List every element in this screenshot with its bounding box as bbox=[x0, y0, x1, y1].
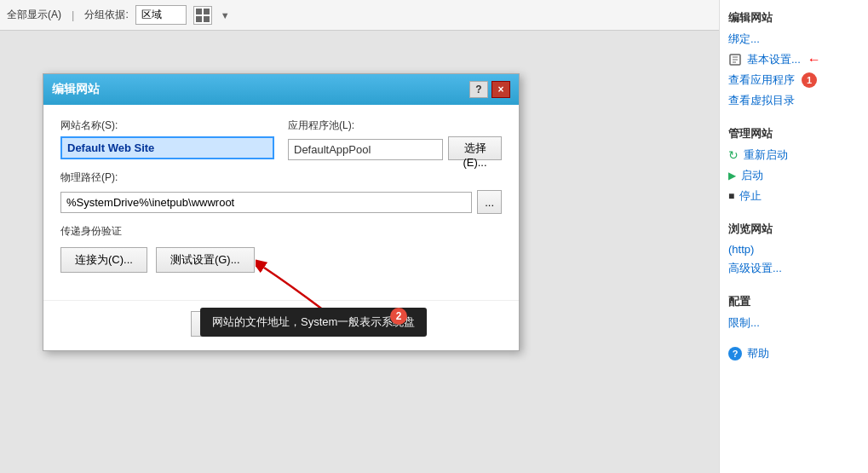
start-item[interactable]: ▶ 启动 bbox=[728, 165, 859, 186]
physical-path-input[interactable] bbox=[60, 192, 472, 213]
svg-rect-2 bbox=[196, 16, 202, 22]
passthrough-section: 传递身份验证 bbox=[60, 224, 502, 239]
help-item[interactable]: ? 帮助 bbox=[728, 343, 859, 364]
dialog-help-button[interactable]: ? bbox=[469, 81, 488, 98]
show-all-label: 全部显示(A) bbox=[7, 8, 61, 22]
dropdown-arrow[interactable]: ▼ bbox=[221, 10, 230, 20]
basic-settings-label: 基本设置... bbox=[747, 52, 801, 67]
badge-2: 2 bbox=[390, 308, 407, 325]
bind-item[interactable]: 绑定... bbox=[728, 29, 859, 49]
svg-rect-1 bbox=[204, 9, 210, 14]
manage-website-section: 管理网站 ↻ 重新启动 ▶ 启动 ■ 停止 bbox=[720, 116, 868, 211]
badge-1: 1 bbox=[802, 72, 817, 88]
bind-label: 绑定... bbox=[728, 32, 760, 47]
app-pool-field: 应用程序池(L): 选择(E)... bbox=[288, 118, 502, 160]
badge-2-container: 2 bbox=[390, 308, 407, 325]
arrow-right-indicator: ← bbox=[808, 52, 821, 67]
browse-http-item[interactable]: (http) bbox=[728, 240, 859, 258]
restart-item[interactable]: ↻ 重新启动 bbox=[728, 145, 859, 165]
edit-website-title: 编辑网站 bbox=[728, 10, 859, 26]
restart-label: 重新启动 bbox=[744, 147, 788, 163]
passthrough-label: 传递身份验证 bbox=[60, 224, 502, 239]
tooltip-text: 网站的文件地址，System一般表示系统盘 bbox=[212, 315, 415, 328]
svg-rect-0 bbox=[196, 9, 202, 14]
stop-icon: ■ bbox=[728, 190, 734, 202]
browse-website-section: 浏览网站 (http) 高级设置... bbox=[720, 211, 868, 284]
dialog-close-button[interactable]: × bbox=[491, 81, 510, 98]
browse-path-button[interactable]: ... bbox=[477, 190, 502, 214]
help-label: 帮助 bbox=[747, 346, 769, 361]
physical-path-label: 物理路径(P): bbox=[60, 170, 502, 185]
restart-icon: ↻ bbox=[728, 148, 739, 162]
view-app-label: 查看应用程序 bbox=[728, 72, 795, 88]
help-section: ? 帮助 bbox=[720, 338, 868, 369]
physical-path-section: 物理路径(P): ... bbox=[60, 170, 502, 214]
grid-icon[interactable] bbox=[193, 6, 212, 25]
dialog-title: 编辑网站 bbox=[52, 82, 100, 97]
site-name-field: 网站名称(S): bbox=[60, 118, 274, 160]
site-name-label: 网站名称(S): bbox=[60, 118, 274, 133]
view-virtual-label: 查看虚拟目录 bbox=[728, 93, 795, 108]
limit-item[interactable]: 限制... bbox=[728, 313, 859, 333]
test-settings-button[interactable]: 测试设置(G)... bbox=[156, 247, 255, 273]
settings-icon bbox=[728, 53, 742, 66]
stop-item[interactable]: ■ 停止 bbox=[728, 186, 859, 206]
toolbar-divider: | bbox=[72, 9, 74, 21]
browse-http-label: (http) bbox=[728, 243, 754, 256]
app-pool-input[interactable] bbox=[288, 139, 443, 160]
config-title: 配置 bbox=[728, 294, 859, 309]
limit-label: 限制... bbox=[728, 315, 760, 331]
select-app-pool-button[interactable]: 选择(E)... bbox=[448, 136, 502, 160]
edit-website-section: 编辑网站 绑定... 基本设置... ← 查看应用程序 1 查看虚拟目录 bbox=[720, 0, 868, 116]
advanced-settings-item[interactable]: 高级设置... bbox=[728, 258, 859, 279]
basic-settings-item[interactable]: 基本设置... ← bbox=[728, 49, 859, 70]
config-section: 配置 限制... bbox=[720, 284, 868, 338]
site-name-row: 网站名称(S): 应用程序池(L): 选择(E)... bbox=[60, 118, 502, 160]
path-row: ... bbox=[60, 190, 502, 214]
main-content: 编辑网站 ? × 网站名称(S): 应用程序池(L): 选择(E)... bbox=[0, 31, 719, 473]
advanced-settings-label: 高级设置... bbox=[728, 261, 782, 276]
app-pool-label: 应用程序池(L): bbox=[288, 118, 502, 133]
svg-rect-3 bbox=[204, 16, 210, 22]
group-by-label: 分组依据: bbox=[84, 8, 128, 22]
site-name-input[interactable] bbox=[60, 136, 274, 159]
view-app-item[interactable]: 查看应用程序 1 bbox=[728, 70, 859, 90]
view-virtual-item[interactable]: 查看虚拟目录 bbox=[728, 90, 859, 111]
browse-website-title: 浏览网站 bbox=[728, 222, 859, 237]
dialog-titlebar-buttons: ? × bbox=[469, 81, 510, 98]
connect-as-button[interactable]: 连接为(C)... bbox=[60, 247, 147, 273]
help-icon: ? bbox=[728, 347, 742, 361]
start-icon: ▶ bbox=[728, 170, 736, 182]
manage-website-title: 管理网站 bbox=[728, 126, 859, 141]
dialog-titlebar: 编辑网站 ? × bbox=[43, 74, 519, 105]
stop-label: 停止 bbox=[739, 188, 762, 204]
right-panel: 编辑网站 绑定... 基本设置... ← 查看应用程序 1 查看虚拟目录 管理网… bbox=[719, 0, 868, 473]
start-label: 启动 bbox=[741, 168, 763, 183]
group-select[interactable]: 区域 bbox=[135, 5, 187, 25]
